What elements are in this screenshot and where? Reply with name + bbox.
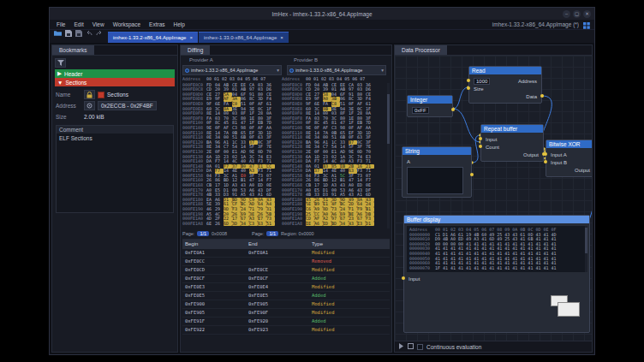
diff-hex-view[interactable]: 000FE0C0FD04ABCEEECA0336000FE0C0FD04ABCE… <box>182 83 390 228</box>
menu-extras[interactable]: Extras <box>145 21 169 27</box>
page-label-b: Page: <box>252 231 264 236</box>
node-title[interactable]: Integer <box>408 96 452 104</box>
string-text-area[interactable] <box>407 167 463 194</box>
diff-table-column-header[interactable]: End <box>246 241 309 246</box>
filter-button[interactable] <box>55 58 66 68</box>
tab-close-icon[interactable]: × <box>280 35 283 40</box>
pin-dot[interactable] <box>467 86 470 90</box>
pin-dot[interactable] <box>544 160 547 163</box>
node-repeat-buffer[interactable]: Repeat buffer Input Count Output <box>480 124 544 162</box>
page-chip-b[interactable]: 1/1 <box>266 231 278 236</box>
repeat-input-pin: Input <box>486 137 497 142</box>
buffer-scrollbar[interactable] <box>585 226 587 272</box>
diff-table-row[interactable]: 0xFE0CF0xFE0CFAdded <box>182 275 390 283</box>
comment-input[interactable]: ELF Sections <box>57 134 173 212</box>
bookmark-details: Name Sections Address 0x2ECCB - 0x2F4BF <box>55 88 175 215</box>
node-title[interactable]: String <box>402 147 471 155</box>
pin-dot[interactable] <box>544 152 547 156</box>
save-icon[interactable] <box>65 25 72 40</box>
diff-table-row[interactable]: 0xFE91F0xFE920Added <box>182 317 390 326</box>
tab-bookmarks[interactable]: Bookmarks <box>52 45 94 55</box>
read-size-input[interactable]: 1000 <box>474 78 490 85</box>
processor-footer: Continuous evaluation <box>395 341 592 352</box>
diff-table-rows: 0xFE0A10xFE0A1Modified0xFE0CCRemoved0xFE… <box>182 249 390 335</box>
node-string[interactable]: String A <box>402 146 472 198</box>
continuous-evaluation-checkbox[interactable] <box>417 344 423 350</box>
bookmark-color-swatch[interactable] <box>98 92 104 98</box>
bookmark-entry[interactable]: ▶Header <box>55 69 175 78</box>
window-title: ImHex - imhex-1.33.2-x86_64.AppImage <box>50 11 594 17</box>
diff-table-row[interactable]: 0xFE0E30xFE0E4Modified <box>182 283 390 292</box>
pin-dot[interactable] <box>467 79 470 82</box>
lock-button[interactable] <box>84 90 95 99</box>
lock-icon <box>86 92 92 98</box>
provider-a-select[interactable]: imhex-1.33.2-x86_64.AppImage ▾ <box>182 65 282 75</box>
save-all-icon[interactable] <box>75 25 82 40</box>
pin-dot[interactable] <box>402 276 405 280</box>
menu-help[interactable]: Help <box>170 21 189 27</box>
window-control[interactable]: ▢ <box>573 10 581 18</box>
pin-dot[interactable] <box>451 108 455 111</box>
node-bitwise-xor[interactable]: Bitwise XOR Input A Input B Output <box>546 139 592 177</box>
tab-diffing[interactable]: Diffing <box>181 45 210 55</box>
undo-arrow-icon[interactable] <box>86 25 92 40</box>
reset-icon[interactable] <box>408 343 414 350</box>
window-controls[interactable]: –▢✕ <box>563 10 594 18</box>
page-chip-a[interactable]: 1/1 <box>197 231 209 236</box>
node-canvas[interactable]: Read 1000Address Size Data Integer 0xFF <box>395 56 592 341</box>
address-label: Address <box>56 103 81 109</box>
process-play-icon[interactable] <box>398 343 404 350</box>
diff-table-row[interactable]: 0xFE0CD0xFE0CEModified <box>182 266 390 275</box>
target-icon <box>86 103 92 109</box>
provider-a-label: Provider A <box>182 57 282 65</box>
file-tab[interactable]: imhex-1.33.2-x86_64.AppImage× <box>108 32 198 43</box>
provider-b-select[interactable]: imhex-1.33.0-x86_64.AppImage ▾ <box>287 65 386 75</box>
repeat-output-pin: Output <box>523 152 539 157</box>
diff-table-row[interactable]: 0xFE9220xFE923Modified <box>182 326 390 335</box>
integer-value-input[interactable]: 0xFF <box>412 107 429 114</box>
pin-dot[interactable] <box>540 94 544 98</box>
redo-arrow-icon[interactable] <box>96 25 103 40</box>
node-read[interactable]: Read 1000Address Size Data <box>468 66 542 104</box>
tab-close-icon[interactable]: × <box>189 35 193 40</box>
window-control[interactable]: – <box>563 10 570 18</box>
node-title[interactable]: Repeat buffer <box>481 125 543 133</box>
diff-table-row[interactable]: 0xFE9000xFE905Modified <box>182 300 390 309</box>
file-tab[interactable]: imhex-1.33.0-x86_64.AppImage× <box>199 32 289 43</box>
name-value[interactable]: Sections <box>107 92 128 98</box>
diff-table-row[interactable]: 0xFE0E50xFE0E5Added <box>182 292 390 300</box>
chevron-down-icon: ▾ <box>381 68 384 73</box>
diff-table-row[interactable]: 0xFE0A10xFE0A1Modified <box>182 249 390 258</box>
menu-bar: FileEditViewWorkspaceExtrasHelp imhex-1.… <box>50 20 594 30</box>
tab-data-processor[interactable]: Data Processor <box>395 45 447 55</box>
pin-dot[interactable] <box>470 173 474 176</box>
diff-table-column-header[interactable]: Begin <box>182 241 246 246</box>
node-integer[interactable]: Integer 0xFF <box>407 95 453 117</box>
jump-to-address-button[interactable] <box>84 101 95 110</box>
string-value-input[interactable]: A <box>407 159 410 164</box>
pin-dot[interactable] <box>479 137 482 140</box>
bookmark-entry[interactable]: ▼Sections <box>55 78 175 86</box>
diff-table-column-header[interactable]: Type <box>309 241 390 246</box>
comment-label[interactable]: Comment <box>57 126 173 134</box>
buffer-hex-view[interactable]: Address 00 01 02 03 04 05 06 07 08 09 0A… <box>407 226 587 272</box>
node-title[interactable]: Buffer display <box>404 216 589 223</box>
size-value: 2.00 kiB <box>84 114 104 120</box>
pin-dot[interactable] <box>479 145 482 148</box>
window-control[interactable]: ✕ <box>583 10 591 18</box>
title-bar[interactable]: ImHex - imhex-1.33.2-x86_64.AppImage –▢✕ <box>50 8 594 20</box>
node-title[interactable]: Bitwise XOR <box>546 140 592 148</box>
open-file-icon[interactable] <box>54 25 62 40</box>
node-title[interactable]: Read <box>469 67 541 74</box>
main-area: Bookmarks ▶Header▼Sections Name <box>50 43 594 354</box>
buffer-hex-row[interactable]: 000000701F 41 41 41 41 41 41 41 41 41 41… <box>409 266 584 271</box>
read-address-pin: Address <box>518 79 537 84</box>
provider-b-label: Provider B <box>287 57 386 65</box>
diff-table-row[interactable]: 0xFE0CCRemoved <box>182 258 390 266</box>
menu-workspace[interactable]: Workspace <box>109 21 145 27</box>
hex-scrollbar[interactable] <box>387 83 390 228</box>
diff-table-row[interactable]: 0xFE9050xFE90FModified <box>182 309 390 317</box>
address-value[interactable]: 0x2ECCB - 0x2F4BF <box>98 101 157 110</box>
data-processor-panel: Data Processor <box>394 45 593 353</box>
diff-hex-row[interactable]: 000FE1A86E266D3D34C36351000FE1A8EEA6EDBD… <box>182 222 390 227</box>
